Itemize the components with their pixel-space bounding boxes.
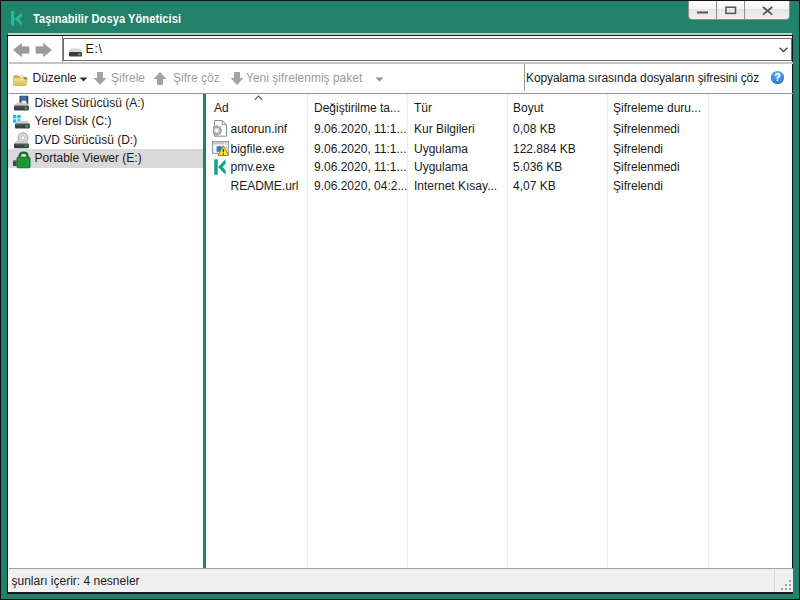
svg-text:?: ? xyxy=(774,71,780,83)
